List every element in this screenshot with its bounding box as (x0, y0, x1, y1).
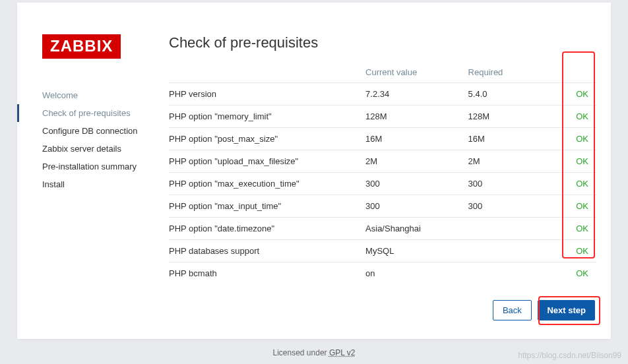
cell-name: PHP option "date.timezone" (169, 218, 365, 240)
status-ok: OK (576, 111, 588, 121)
table-row: PHP option "max_execution_time"300300OK (169, 173, 596, 195)
cell-required: 16M (468, 128, 554, 150)
nav-step-4[interactable]: Pre-installation summary (42, 158, 149, 175)
cell-required (468, 218, 554, 240)
cell-name: PHP option "max_execution_time" (169, 173, 365, 195)
cell-status: OK (553, 218, 596, 240)
cell-current: 300 (365, 173, 468, 195)
nav-step-0[interactable]: Welcome (42, 86, 149, 104)
cell-current: MySQL (365, 240, 468, 262)
status-ok: OK (576, 246, 588, 256)
table-row: PHP option "post_max_size"16M16MOK (169, 128, 596, 150)
watermark: https://blog.csdn.net/Bilson99 (518, 351, 621, 360)
table-row: PHP option "upload_max_filesize"2M2MOK (169, 150, 596, 173)
requisites-table: Current value Required PHP version7.2.34… (169, 63, 596, 284)
status-ok: OK (576, 201, 588, 211)
step-nav: WelcomeCheck of pre-requisitesConfigure … (17, 86, 149, 193)
nav-step-3[interactable]: Zabbix server details (42, 140, 149, 158)
cell-current: Asia/Shanghai (365, 218, 468, 240)
nav-step-5[interactable]: Install (42, 175, 149, 193)
col-header-status (553, 63, 596, 83)
cell-name: PHP version (169, 83, 365, 106)
status-ok: OK (576, 89, 588, 99)
cell-current: 300 (365, 195, 468, 218)
cell-status: OK (553, 128, 596, 150)
cell-status: OK (553, 240, 596, 262)
table-row: PHP version7.2.345.4.0OK (169, 83, 596, 106)
cell-status: OK (553, 83, 596, 106)
cell-current: 7.2.34 (365, 83, 468, 106)
cell-status: OK (553, 262, 596, 285)
main-content: Check of pre-requisites Current value Re… (169, 34, 596, 327)
cell-name: PHP option "max_input_time" (169, 195, 365, 218)
cell-name: PHP option "post_max_size" (169, 128, 365, 150)
next-step-button[interactable]: Next step (538, 300, 595, 320)
cell-name: PHP databases support (169, 240, 365, 262)
cell-current: 16M (365, 128, 468, 150)
cell-required (468, 262, 554, 285)
nav-step-2[interactable]: Configure DB connection (42, 122, 149, 140)
footer-text: Licensed under (273, 348, 329, 357)
table-row: PHP databases supportMySQLOK (169, 240, 596, 262)
cell-status: OK (553, 195, 596, 218)
cell-current: on (365, 262, 468, 285)
cell-current: 128M (365, 106, 468, 128)
cell-status: OK (553, 173, 596, 195)
status-ok: OK (576, 179, 588, 189)
table-row: PHP bcmathonOK (169, 262, 596, 285)
back-button[interactable]: Back (493, 300, 532, 320)
nav-step-1[interactable]: Check of pre-requisites (42, 104, 149, 122)
cell-required: 5.4.0 (468, 83, 554, 106)
col-header-required: Required (468, 63, 554, 83)
cell-required: 2M (468, 150, 554, 173)
cell-name: PHP option "upload_max_filesize" (169, 150, 365, 173)
page-title: Check of pre-requisites (169, 34, 596, 51)
cell-name: PHP option "memory_limit" (169, 106, 365, 128)
cell-status: OK (553, 106, 596, 128)
cell-required: 300 (468, 173, 554, 195)
installer-panel: ZABBIX WelcomeCheck of pre-requisitesCon… (17, 3, 611, 339)
col-header-current: Current value (365, 63, 468, 83)
cell-status: OK (553, 150, 596, 173)
table-row: PHP option "max_input_time"300300OK (169, 195, 596, 218)
status-ok: OK (576, 156, 588, 166)
sidebar: ZABBIX WelcomeCheck of pre-requisitesCon… (17, 3, 149, 193)
license-link[interactable]: GPL v2 (329, 348, 356, 357)
cell-required: 300 (468, 195, 554, 218)
status-ok: OK (576, 268, 588, 278)
cell-required: 128M (468, 106, 554, 128)
cell-current: 2M (365, 150, 468, 173)
table-row: PHP option "memory_limit"128M128MOK (169, 106, 596, 128)
cell-required (468, 240, 554, 262)
cell-name: PHP bcmath (169, 262, 365, 285)
status-ok: OK (576, 224, 588, 233)
status-ok: OK (576, 134, 588, 144)
requisites-scroll[interactable]: Current value Required PHP version7.2.34… (169, 63, 596, 284)
button-bar: Back Next step (493, 300, 595, 320)
col-header-name (169, 63, 365, 83)
table-row: PHP option "date.timezone"Asia/ShanghaiO… (169, 218, 596, 240)
zabbix-logo: ZABBIX (42, 34, 121, 59)
